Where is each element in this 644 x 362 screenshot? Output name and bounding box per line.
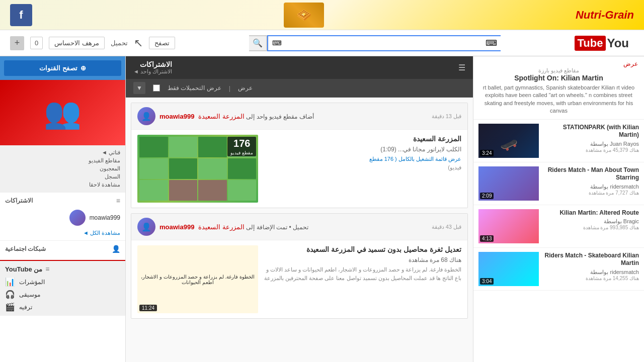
nav-actions: تصفح ↖ تحميل مرهف الاحساس 0 + [10,36,175,50]
thumb-duration: 3:04 [480,278,494,285]
rs-subscriptions-section: ≡ الاشتراكات moawia999 مشاهدة الكل ◄ [0,192,125,240]
center-content: ☰ الاشتراكات الاشتراك واحد ◄ عرض | عرض ا… [126,56,473,362]
skater-icon: 🛹 [500,136,518,153]
rs-sub-name: moawia999 [90,214,120,221]
sidebar-featured-label: مقاطع فيديو بارزة [479,67,638,74]
thumb-duration: 2:09 [480,193,494,199]
rs-featured-info: قناتي ◄ مقاطع الفيديو المعجبون السجل مشا… [0,145,125,192]
rs-featured: 👥 قناتي ◄ مقاطع الفيديو المعجبون السجل م… [0,80,125,192]
nutrigrain-logo: Nutri-Grain [576,9,634,22]
feed-item-1: قبل 13 دقيقة أضاف مقطع فيديو واحد إلى ال… [131,103,468,208]
left-sidebar: عرض مقاطع فيديو بارزة Spotlight On: Kili… [473,56,644,362]
sidebar-video-channel: Bragic بواسطة [543,218,639,225]
browse-button[interactable]: تصفح [149,37,175,49]
add-button[interactable]: + [10,36,24,50]
feed-action-text-1: أضاف مقطع فيديو واحد إلى المزرعة السعيدة… [159,113,314,120]
rs-yt-item-2[interactable]: موسيقى 🎧 [5,290,120,299]
feed-body-2: تعديل ثغرة محاصيل بدون تسميد في المزرعة … [131,240,467,318]
feed-video-title-2[interactable]: تعديل ثغرة محاصيل بدون تسميد في المزرعة … [264,245,461,253]
rs-yt-item-1[interactable]: المؤشرات 📊 [5,277,120,287]
rs-featured-image: 👥 [0,80,125,145]
social-icon: 👤 [112,245,120,253]
rs-yt-item-3[interactable]: ترفيه 🎬 [5,302,120,312]
rs-subscriptions-title: ≡ الاشتراكات [5,197,120,205]
feed-thumb-1[interactable]: 176 مقطع فيديو [137,135,258,203]
list-icon: ≡ [116,197,120,205]
farm-thumb-2: الخطوة فارغة. لم يزراعة و حصد المزروعات … [137,245,258,313]
rs-see-all[interactable]: مشاهدة الكل ◄ [5,230,120,236]
sidebar-video-info: Kilian Martin: Altered Route Bragic بواس… [543,209,639,231]
feed-extra-2: تحميل • [289,224,309,231]
sidebar-video-item[interactable]: Kilian Martin: Altered Route Bragic بواس… [473,205,644,248]
hamburger-icon[interactable]: ☰ [458,63,465,72]
rs-social-title: 👤 شبكات اجتماعية [5,245,120,253]
sidebar-video-views: هناك 45,379 مرة مشاهدة [543,147,639,153]
sidebar-section-label: عرض [479,60,638,67]
sidebar-header: عرض مقاطع فيديو بارزة Spotlight On: Kili… [473,56,644,120]
sidebar-thumb-1: 🛹 3:24 [478,124,539,158]
feed-user-1[interactable]: moawia999 [159,113,194,120]
feed-body-1: المزرعة السعيدة الكلب لايرانور مجانا في.… [131,130,467,208]
facebook-icon[interactable]: f [10,4,32,26]
people-icon: 👥 [44,95,82,131]
feed-time-2: قبل 43 دقيقة [432,224,461,230]
thumb-duration: 3:24 [480,150,494,156]
subs-title-area: الاشتراكات الاشتراك واحد ◄ [133,60,172,75]
right-sidebar: ⊕ تصفح القنوات 👥 قناتي ◄ مقاطع الفيديو ا… [0,56,126,362]
cursor-icon: ↖ [134,37,143,50]
subs-title: الاشتراكات [133,60,172,68]
user-avatar-1: 👤 [137,107,155,125]
feed-channel-1[interactable]: المزرعة السعيدة [198,113,245,120]
sidebar-video-channel: Juan Rayos بواسطة [543,141,639,147]
sidebar-video-item[interactable]: Riders Match - Man About Town Starring r… [473,162,644,205]
rs-link-2[interactable]: مقاطع الفيديو [5,157,120,164]
feed-header-right-1: أضاف مقطع فيديو واحد إلى المزرعة السعيدة… [137,107,314,125]
ad-banner: Nutri-Grain 🧇 f [0,0,644,30]
rs-from-youtube-title: ≡ من YouTube [5,265,120,273]
avatar-image-2: 👤 [137,218,155,236]
ad-banner-left: Nutri-Grain [576,9,634,22]
rs-sub-item[interactable]: moawia999 [5,208,120,228]
expand-button[interactable]: ▼ [133,82,145,94]
search-input[interactable] [267,35,482,51]
feed-meta-1: الكلب لايرانور مجانا في... (1:09) [264,146,461,153]
sidebar-video-item[interactable]: Riders Match - Skateboard Kilian Martin … [473,248,644,291]
sidebar-video-title: Riders Match - Skateboard Kilian Martin [543,252,639,267]
notification-button[interactable]: 0 [30,37,43,49]
youtube-logo: YouTube [575,36,629,51]
rs-link-1[interactable]: قناتي ◄ [5,149,120,156]
profile-button[interactable]: مرهف الاحساس [49,37,105,49]
rs-link-4[interactable]: السجل [5,173,120,180]
upload-button[interactable]: تحميل [111,39,128,47]
sidebar-video-views: هناك 993,985 مرة مشاهدة [543,225,639,230]
feed-item-header-1: قبل 13 دقيقة أضاف مقطع فيديو واحد إلى ال… [131,103,467,130]
sidebar-video-item[interactable]: STATIONPARK (with Kilian Martin) Juan Ra… [473,120,644,162]
sidebar-video-title: Kilian Martin: Altered Route [543,209,639,217]
rs-link-5[interactable]: مشاهدة لاحقا [5,182,120,188]
sidebar-thumb-4: 3:04 [478,252,539,286]
filter-uploads-label[interactable]: عرض التحميلات فقط [168,84,221,92]
search-button[interactable]: 🔍 [249,35,267,51]
rs-link-3[interactable]: المعجبون [5,165,120,172]
feed-desc-1: عرض قائمة التشغيل بالكامل ( 176 مقطع فيد… [264,155,461,171]
feed-desc-link-1[interactable]: عرض قائمة التشغيل بالكامل ( 176 مقطع [369,156,461,162]
feed-desc-text-1: فيديو) [448,164,461,170]
filter-view-label[interactable]: عرض [238,84,253,92]
feed-user-2[interactable]: moawia999 [159,223,194,231]
rs-from-youtube: ≡ من YouTube المؤشرات 📊 موسيقى 🎧 ترفيه 🎬 [0,260,125,316]
filter-checkbox[interactable] [153,84,160,92]
farm-desc-text: الخطوة فارغة. لم يزراعة و حصد المزروعات … [137,272,258,287]
keyboard-icon[interactable]: ⌨ [482,35,501,51]
filter-divider: | [229,84,230,92]
thumb-duration: 4:13 [480,235,494,242]
chart-icon: 📊 [5,277,15,287]
feed-item-2: قبل 43 دقيقة تحميل • تمت الإضافة إلى الم… [131,213,468,319]
feed-thumb-2[interactable]: الخطوة فارغة. لم يزراعة و حصد المزروعات … [137,245,258,313]
feed-video-title-1[interactable]: المزرعة السعيدة [264,135,461,143]
search-bar: 🔍 ⌨ [249,35,501,51]
feed-duration-2: 11:24 [139,305,157,311]
feed-header-right-2: تحميل • تمت الإضافة إلى المزرعة السعيدة … [137,218,308,236]
browse-channels-btn[interactable]: ⊕ تصفح القنوات [0,56,125,80]
music-icon: 🎧 [5,290,15,299]
feed-channel-2[interactable]: المزرعة السعيدة [198,223,245,231]
